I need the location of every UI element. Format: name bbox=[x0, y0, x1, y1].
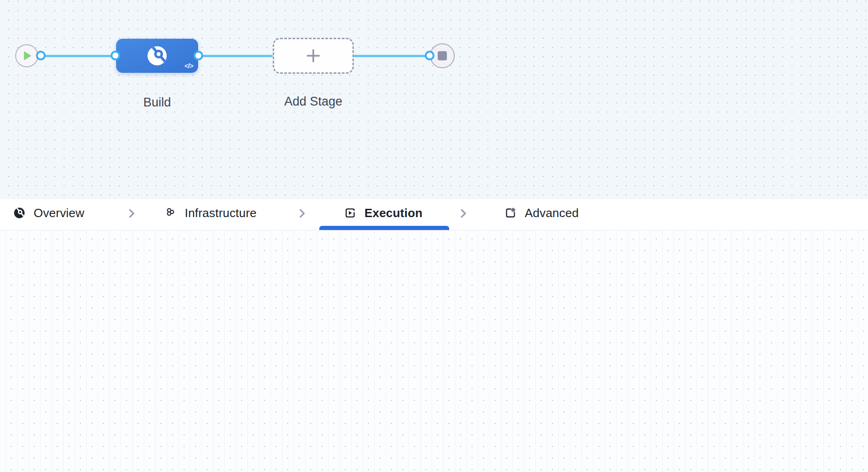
connector-port[interactable] bbox=[111, 51, 120, 60]
stop-icon bbox=[438, 51, 447, 60]
stage-label-build: Build bbox=[111, 93, 203, 112]
active-tab-underline bbox=[319, 226, 449, 230]
hexagons-icon bbox=[164, 206, 177, 219]
chevron-right-icon bbox=[125, 207, 138, 220]
add-stage-button[interactable] bbox=[273, 38, 354, 74]
connector-port[interactable] bbox=[194, 51, 203, 60]
tab-overview-label: Overview bbox=[34, 206, 84, 220]
stage-canvas[interactable]: </> Build Add Stage bbox=[0, 0, 868, 199]
pipeline-start-node[interactable] bbox=[15, 44, 38, 67]
ci-overview-icon bbox=[13, 206, 26, 219]
tab-advanced[interactable]: Advanced bbox=[504, 199, 579, 227]
edge bbox=[41, 55, 115, 57]
tab-advanced-label: Advanced bbox=[525, 206, 579, 220]
chevron-right-icon bbox=[296, 207, 309, 220]
plus-icon bbox=[304, 47, 323, 65]
play-box-icon bbox=[344, 206, 357, 219]
ci-build-icon bbox=[145, 44, 169, 68]
chevron-right-icon bbox=[457, 207, 470, 220]
stage-config-tab-bar: Overview Infrastructure bbox=[0, 199, 868, 230]
code-view-badge: </> bbox=[184, 62, 193, 70]
gear-box-icon bbox=[504, 206, 517, 219]
pipeline-studio: </> Build Add Stage bbox=[0, 0, 868, 472]
execution-step-canvas[interactable]: </> Background </> Run bbox=[0, 230, 868, 472]
edge bbox=[198, 55, 273, 57]
connector-port[interactable] bbox=[425, 51, 434, 60]
tab-execution-label: Execution bbox=[364, 206, 422, 220]
tab-overview[interactable]: Overview bbox=[13, 199, 84, 227]
tab-infrastructure[interactable]: Infrastructure bbox=[164, 199, 257, 227]
tab-execution[interactable]: Execution bbox=[344, 199, 422, 227]
stage-node-build[interactable]: </> bbox=[116, 39, 198, 73]
connector-port[interactable] bbox=[36, 51, 46, 60]
play-icon bbox=[24, 51, 33, 60]
stage-label-add-stage: Add Stage bbox=[267, 92, 359, 111]
edge bbox=[354, 55, 429, 57]
tab-infrastructure-label: Infrastructure bbox=[185, 206, 257, 220]
